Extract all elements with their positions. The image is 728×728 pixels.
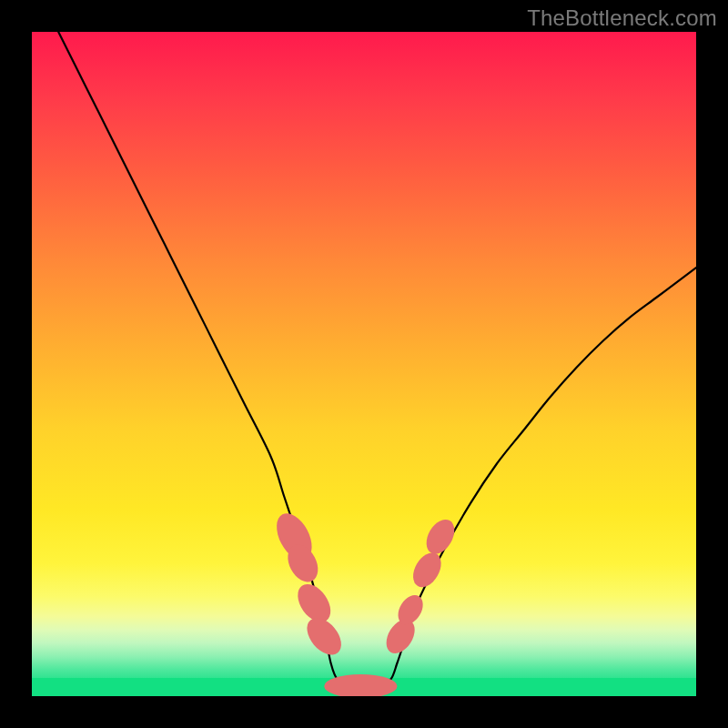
attribution-text: TheBottleneck.com	[527, 5, 717, 31]
curve-marker	[420, 515, 460, 560]
plot-area	[32, 32, 696, 696]
curve-markers	[269, 508, 460, 696]
chart-svg	[32, 32, 696, 696]
bottleneck-curve	[58, 32, 696, 688]
outer-frame: TheBottleneck.com	[0, 0, 728, 728]
